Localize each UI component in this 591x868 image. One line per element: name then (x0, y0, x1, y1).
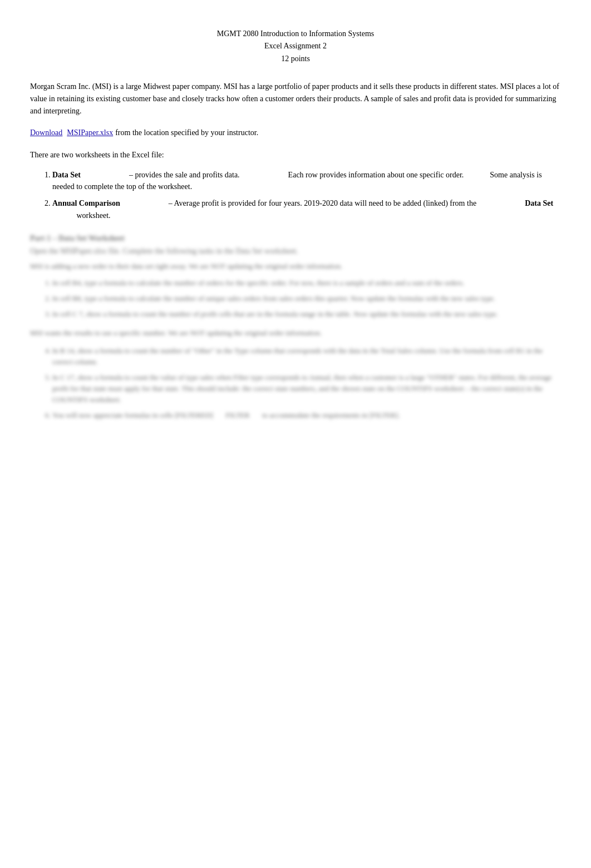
worksheets-intro: There are two worksheets in the Excel fi… (30, 149, 561, 161)
blurred-item-2: In cell B8, type a formula to calculate … (52, 293, 561, 304)
blurred-paragraph2: MSI wants the results to use a specific … (30, 328, 561, 339)
blurred-item-4: In B 14, show a formula to count the num… (52, 345, 561, 368)
blurred-paragraph1: MSI is adding a new order to their data … (30, 261, 561, 272)
download-line: Download MSIPaper.xlsx from the location… (30, 127, 561, 139)
blurred-item-6: You will now appreciate formulas in cell… (52, 410, 561, 421)
blurred-list-1: In cell B4, type a formula to calculate … (52, 277, 561, 320)
item2-name: Annual Comparison (52, 199, 120, 207)
header-line1: MGMT 2080 Introduction to Information Sy… (30, 28, 561, 40)
header-line3: 12 points (30, 53, 561, 65)
download-link[interactable]: Download (30, 127, 62, 139)
worksheets-list: Data Set – provides the sale and profits… (52, 169, 561, 222)
item1-desc: – provides the sale and profits data. (129, 171, 240, 179)
blurred-subheading1: Open the MSIPaper.xlsx file. Complete th… (30, 247, 298, 255)
page: MGMT 2080 Introduction to Information Sy… (0, 0, 591, 868)
list-item-2: Annual Comparison – Average profit is pr… (52, 197, 561, 221)
item2-detail2: worksheet. (77, 211, 111, 220)
list-item-1: Data Set – provides the sale and profits… (52, 169, 561, 193)
header-line2: Excel Assignment 2 (30, 40, 561, 52)
item2-desc: – Average profit is provided for four ye… (169, 199, 476, 207)
blurred-item-1: In cell B4, type a formula to calculate … (52, 277, 561, 289)
blurred-item-3: In cell C 7, show a formula to count the… (52, 309, 561, 320)
item1-detail: Each row provides information about one … (288, 171, 464, 179)
item1-name: Data Set (52, 171, 81, 179)
download-rest: from the location specified by your inst… (115, 127, 258, 139)
item2-detail: Data Set (525, 199, 553, 207)
blurred-heading1: Part 1 – Data Set Worksheet Open the MSI… (30, 232, 561, 257)
document-header: MGMT 2080 Introduction to Information Sy… (30, 28, 561, 65)
blurred-section: Part 1 – Data Set Worksheet Open the MSI… (30, 232, 561, 421)
blurred-list-2: In B 14, show a formula to count the num… (52, 345, 561, 421)
blurred-item-5: In C 17, show a formula to count the val… (52, 372, 561, 405)
filename-link[interactable]: MSIPaper.xlsx (67, 127, 113, 139)
intro-paragraph: Morgan Scram Inc. (MSI) is a large Midwe… (30, 81, 561, 117)
